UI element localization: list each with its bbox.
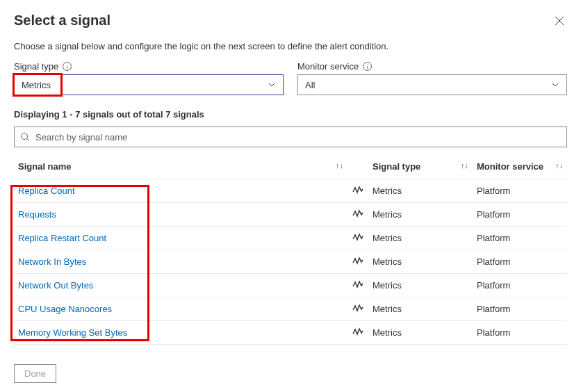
search-box[interactable] — [14, 126, 567, 147]
monitor-service-cell: Platform — [473, 179, 567, 203]
signal-type-cell: Metrics — [368, 203, 473, 227]
signal-type-cell: Metrics — [368, 274, 473, 297]
col-header-icon — [347, 156, 368, 179]
table-row: RequestsMetricsPlatform — [14, 203, 567, 227]
signal-type-select[interactable]: Metrics — [14, 74, 284, 95]
metric-icon — [352, 304, 363, 312]
signal-type-cell: Metrics — [368, 179, 473, 203]
info-icon[interactable]: i — [63, 62, 72, 71]
signal-link[interactable]: CPU Usage Nanocores — [18, 304, 112, 314]
monitor-service-label-text: Monitor service — [297, 61, 359, 72]
metric-icon — [352, 233, 363, 241]
signal-type-cell: Metrics — [368, 250, 473, 274]
signal-type-cell: Metrics — [368, 321, 473, 345]
result-count: Displaying 1 - 7 signals out of total 7 … — [14, 109, 567, 120]
signal-link[interactable]: Network Out Bytes — [18, 280, 93, 291]
signal-type-value: Metrics — [22, 80, 51, 90]
signal-link[interactable]: Requests — [18, 209, 56, 220]
info-icon[interactable]: i — [363, 62, 372, 71]
monitor-service-cell: Platform — [473, 297, 567, 321]
table-row: Memory Working Set BytesMetricsPlatform — [14, 321, 567, 345]
col-header-name[interactable]: Signal name ↑↓ — [14, 156, 347, 179]
sort-icon: ↑↓ — [336, 161, 343, 170]
monitor-service-cell: Platform — [473, 274, 567, 297]
sort-icon: ↑↓ — [555, 161, 563, 170]
metric-icon — [352, 280, 363, 288]
monitor-service-label: Monitor service i — [297, 61, 567, 72]
signal-link[interactable]: Replica Restart Count — [18, 233, 106, 243]
search-icon — [20, 132, 30, 142]
metric-icon — [352, 256, 363, 265]
signal-type-cell: Metrics — [368, 227, 473, 250]
signal-type-cell: Metrics — [368, 297, 473, 321]
close-button[interactable] — [552, 13, 567, 28]
page-title: Select a signal — [14, 13, 111, 28]
table-row: Replica CountMetricsPlatform — [14, 179, 567, 203]
metric-icon — [352, 209, 363, 218]
signal-link[interactable]: Memory Working Set Bytes — [18, 327, 127, 338]
page-subtitle: Choose a signal below and configure the … — [14, 41, 567, 51]
chevron-down-icon — [268, 81, 276, 89]
signal-type-label-text: Signal type — [14, 61, 58, 72]
monitor-service-cell: Platform — [473, 321, 567, 345]
table-row: Replica Restart CountMetricsPlatform — [14, 227, 567, 250]
sort-icon: ↑↓ — [461, 161, 468, 170]
metric-icon — [352, 186, 363, 194]
signal-link[interactable]: Network In Bytes — [18, 256, 86, 267]
svg-point-0 — [22, 133, 28, 140]
monitor-service-cell: Platform — [473, 227, 567, 250]
monitor-service-select[interactable]: All — [297, 74, 567, 95]
metric-icon — [352, 327, 363, 336]
col-header-type[interactable]: Signal type ↑↓ — [368, 156, 473, 179]
col-header-name-text: Signal name — [18, 161, 72, 172]
search-input[interactable] — [34, 131, 561, 143]
monitor-service-cell: Platform — [473, 203, 567, 227]
table-row: Network In BytesMetricsPlatform — [14, 250, 567, 274]
col-header-type-text: Signal type — [373, 161, 420, 172]
chevron-down-icon — [551, 81, 559, 89]
signals-table: Signal name ↑↓ Signal type ↑↓ Monitor se… — [14, 156, 567, 345]
col-header-service[interactable]: Monitor service ↑↓ — [473, 156, 567, 179]
table-row: Network Out BytesMetricsPlatform — [14, 274, 567, 297]
monitor-service-cell: Platform — [473, 250, 567, 274]
col-header-service-text: Monitor service — [477, 161, 543, 172]
close-icon — [555, 16, 564, 26]
signal-link[interactable]: Replica Count — [18, 186, 75, 196]
table-row: CPU Usage NanocoresMetricsPlatform — [14, 297, 567, 321]
done-button[interactable]: Done — [14, 364, 56, 383]
monitor-service-value: All — [305, 80, 315, 90]
signal-type-label: Signal type i — [14, 61, 284, 72]
